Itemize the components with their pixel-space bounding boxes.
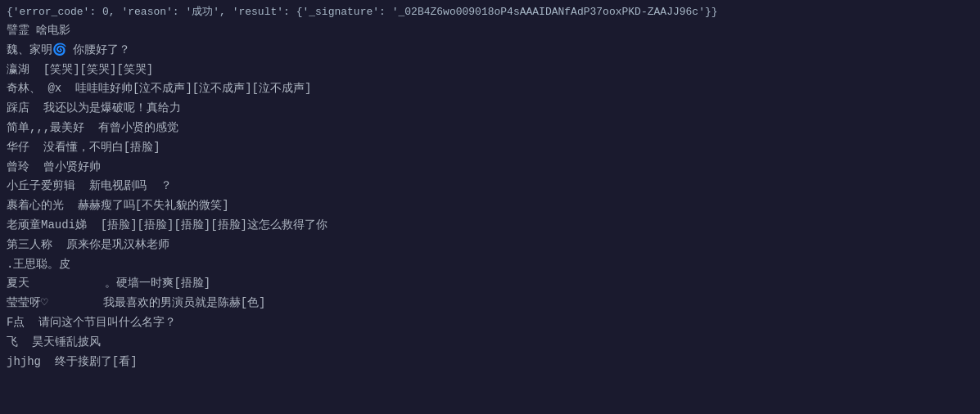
line-12: 老顽童Maudi娣 [捂脸][捂脸][捂脸][捂脸]这怎么救得了你 — [7, 216, 973, 236]
line-8: 华仔 没看懂，不明白[捂脸] — [7, 138, 973, 158]
line-9: 曾玲 曾小贤好帅 — [7, 158, 973, 178]
line-3: 魏、家明🌀 你腰好了？ — [7, 41, 973, 61]
line-10: 小丘子爱剪辑 新电视剧吗 ？ — [7, 177, 973, 196]
line-11: 裹着心的光 赫赫瘦了吗[不失礼貌的微笑] — [7, 196, 973, 216]
line-5: 奇林、 @x 哇哇哇好帅[泣不成声][泣不成声][泣不成声] — [7, 79, 973, 99]
line-17: F点 请问这个节目叫什么名字？ — [7, 313, 973, 333]
terminal-output: {'error_code': 0, 'reason': '成功', 'resul… — [0, 0, 980, 375]
line-7: 简单,,,最美好 有曾小贤的感觉 — [7, 119, 973, 138]
line-13: 第三人称 原来你是巩汉林老师 — [7, 236, 973, 255]
line-19: jhjhg 终于接剧了[看] — [7, 353, 973, 372]
line-4: 瀛湖 [笑哭][笑哭][笑哭] — [7, 61, 973, 80]
line-1: {'error_code': 0, 'reason': '成功', 'resul… — [7, 3, 973, 21]
line-16: 莹莹呀♡ 我最喜欢的男演员就是陈赫[色] — [7, 294, 973, 313]
line-2: 譬霊 啥电影 — [7, 21, 973, 41]
line-6: 踩店 我还以为是爆破呢！真给力 — [7, 99, 973, 119]
line-18: 飞 昊天锤乱披风 — [7, 333, 973, 353]
line-14: .王思聪。皮 — [7, 255, 973, 275]
line-15: 夏天 。硬墙一时爽[捂脸] — [7, 274, 973, 294]
